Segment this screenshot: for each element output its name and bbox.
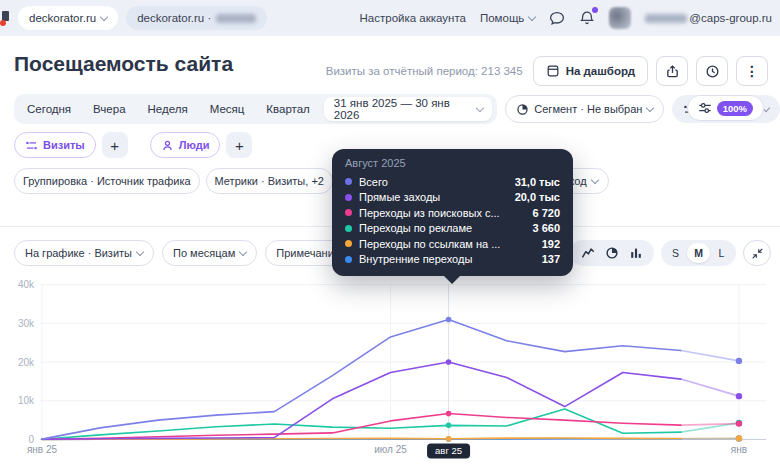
- notifications-bell-icon[interactable]: [579, 10, 595, 26]
- chart-size-m[interactable]: M: [687, 243, 710, 263]
- export-button[interactable]: [656, 56, 688, 86]
- blurred-email-local: [645, 14, 687, 23]
- hover-point: [446, 436, 452, 442]
- granularity-selector[interactable]: По месяцам: [162, 240, 257, 266]
- chevron-down-icon: [239, 247, 247, 255]
- metrics-selector[interactable]: Метрики · Визиты, +2: [206, 168, 333, 194]
- last-point: [736, 358, 742, 364]
- last-point: [736, 420, 742, 426]
- tooltip-series-label: Переходы из поисковых с...: [359, 207, 525, 219]
- avatar[interactable]: [609, 7, 631, 29]
- on-chart-label: На графике · Визиты: [25, 247, 132, 259]
- segment-label: Сегмент · Не выбран: [534, 103, 642, 115]
- more-menu-button[interactable]: ⋮: [736, 56, 768, 86]
- tooltip-series-label: Переходы по рекламе: [359, 222, 525, 234]
- quick-range-1[interactable]: Вчера: [82, 103, 136, 115]
- metric-people-pill[interactable]: Люди: [150, 132, 221, 158]
- account-settings-link[interactable]: Настройка аккаунта: [360, 12, 466, 24]
- tooltip-title: Август 2025: [345, 157, 560, 169]
- grouping-label: Группировка · Источник трафика: [23, 175, 191, 187]
- metrics-label: Метрики · Визиты, +2: [215, 175, 324, 187]
- tooltip-series-value: 3 660: [532, 222, 560, 234]
- to-dashboard-button[interactable]: На дашборд: [533, 56, 648, 86]
- counter-secondary[interactable]: deckorator.ru ·: [126, 6, 267, 30]
- chart-size-switcher: SML: [661, 240, 736, 266]
- segment-selector[interactable]: Сегмент · Не выбран: [505, 95, 664, 123]
- y-tick-label: 40k: [18, 279, 35, 290]
- last-point: [736, 435, 742, 441]
- sliders-icon: [698, 101, 712, 115]
- user-email[interactable]: @caps-group.ru: [645, 12, 772, 24]
- tooltip-arrow: [444, 276, 460, 284]
- tooltip-row: Прямые заходы20,0 тыс: [345, 190, 560, 206]
- metric-visits-label: Визиты: [43, 139, 85, 151]
- x-tick-label: янв: [731, 444, 747, 455]
- chart-size-l[interactable]: L: [710, 243, 733, 263]
- traffic-chart[interactable]: 010k20k30k40kянв 25июл 25янвавг 25: [0, 278, 780, 472]
- notes-label: Примечания: [276, 247, 340, 259]
- tooltip-series-label: Переходы по ссылкам на ...: [359, 238, 535, 250]
- series-line: [42, 409, 681, 439]
- metric-visits-pill[interactable]: Визиты: [14, 132, 96, 158]
- y-tick-label: 20k: [18, 357, 35, 368]
- hovered-x-badge-label: авг 25: [435, 445, 462, 456]
- quick-range-group: СегодняВчераНеделяМесяцКвартал 31 янв 20…: [14, 94, 497, 124]
- counter-selector[interactable]: deckorator.ru: [18, 6, 118, 30]
- quick-range-3[interactable]: Месяц: [199, 103, 256, 115]
- notification-dot: [592, 7, 598, 13]
- series-dot-icon: [345, 194, 352, 201]
- history-button[interactable]: [696, 56, 728, 86]
- add-metric-button[interactable]: +: [102, 132, 128, 158]
- grouping-selector[interactable]: Группировка · Источник трафика: [14, 168, 200, 194]
- series-line-forecast: [681, 350, 739, 360]
- chevron-down-icon: [528, 12, 536, 20]
- date-range-label: 31 янв 2025 — 30 янв 2026: [334, 97, 471, 121]
- chevron-down-icon: [475, 103, 483, 111]
- chevron-down-icon: [136, 247, 144, 255]
- chart-size-s[interactable]: S: [664, 243, 687, 263]
- tooltip-row: Всего31,0 тыс: [345, 174, 560, 190]
- period-summary: Визиты за отчётный период: 213 345: [326, 65, 523, 77]
- series-line-forecast: [681, 379, 739, 396]
- tooltip-row: Переходы из поисковых с...6 720: [345, 205, 560, 221]
- segment-pie-icon: [516, 103, 529, 116]
- series-dot-icon: [345, 240, 352, 247]
- on-chart-selector[interactable]: На графике · Визиты: [14, 240, 154, 266]
- add-people-metric-button[interactable]: +: [226, 132, 252, 158]
- series-dot-icon: [345, 225, 352, 232]
- tooltip-series-value: 20,0 тыс: [515, 191, 560, 203]
- chat-icon[interactable]: [549, 10, 565, 26]
- tooltip-series-value: 137: [542, 253, 560, 265]
- y-tick-label: 30k: [18, 318, 35, 329]
- email-domain: @caps-group.ru: [689, 12, 772, 24]
- pie-chart-icon[interactable]: [605, 246, 619, 260]
- sampling-badge: 100%: [717, 101, 753, 116]
- to-dashboard-label: На дашборд: [566, 65, 635, 77]
- line-chart-icon[interactable]: [581, 246, 595, 260]
- last-point: [736, 393, 742, 399]
- top-bar: deckorator.ru deckorator.ru · Настройка …: [0, 0, 780, 36]
- quick-range-4[interactable]: Квартал: [255, 103, 320, 115]
- help-label: Помощь: [480, 12, 524, 24]
- bar-chart-icon[interactable]: [629, 246, 643, 260]
- tooltip-row: Переходы по рекламе3 660: [345, 221, 560, 237]
- tooltip-series-value: 31,0 тыс: [515, 176, 560, 188]
- sampling-control[interactable]: 100%: [687, 95, 764, 121]
- tooltip-row: Внутренние переходы137: [345, 252, 560, 268]
- series-dot-icon: [345, 178, 352, 185]
- chevron-down-icon: [100, 12, 108, 20]
- collapse-chart-button[interactable]: [743, 240, 771, 266]
- series-dot-icon: [345, 209, 352, 216]
- metric-people-label: Люди: [179, 139, 210, 151]
- visits-icon: [25, 139, 38, 152]
- dashboard-icon: [546, 64, 560, 78]
- granularity-label: По месяцам: [173, 247, 235, 259]
- quick-range-2[interactable]: Неделя: [137, 103, 199, 115]
- x-tick-label: янв 25: [27, 444, 58, 455]
- chart-type-switcher: [570, 240, 654, 266]
- date-range-picker[interactable]: 31 янв 2025 — 30 янв 2026: [324, 97, 493, 121]
- quick-range-0[interactable]: Сегодня: [16, 103, 82, 115]
- help-menu[interactable]: Помощь: [480, 12, 535, 24]
- tooltip-series-value: 6 720: [532, 207, 560, 219]
- tooltip-row: Переходы по ссылкам на ...192: [345, 236, 560, 252]
